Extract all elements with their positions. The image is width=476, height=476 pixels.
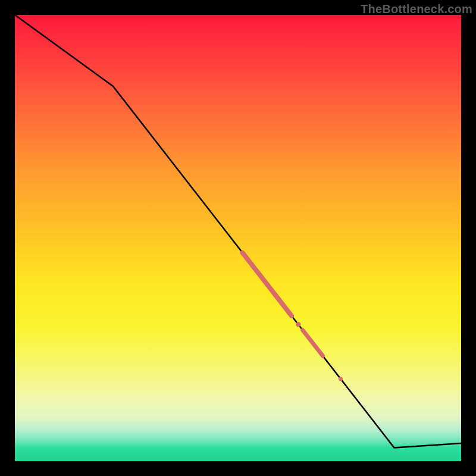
bottleneck-line <box>15 15 461 448</box>
watermark-text: TheBottleneck.com <box>361 2 472 16</box>
data-point-marker <box>296 322 300 327</box>
chart-frame: TheBottleneck.com <box>0 0 476 476</box>
plot-area <box>15 15 461 461</box>
chart-svg <box>15 15 461 461</box>
data-highlight-band <box>303 330 323 356</box>
data-point-marker <box>339 377 343 381</box>
data-highlight-band <box>243 253 292 316</box>
